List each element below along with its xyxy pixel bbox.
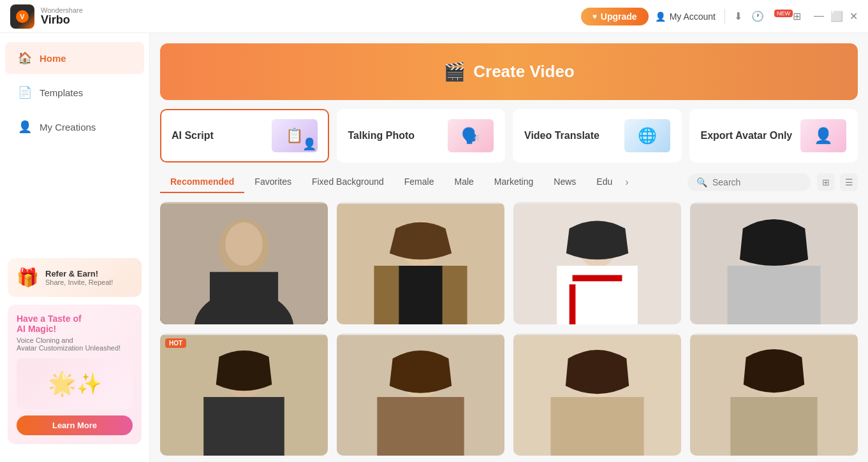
- svg-rect-13: [557, 266, 638, 324]
- export-avatar-image: 👤: [800, 119, 846, 152]
- svg-rect-10: [399, 266, 442, 324]
- filter-tab-news[interactable]: News: [543, 171, 586, 193]
- create-video-icon: 🎬: [443, 61, 466, 82]
- avatar-image-person5: HOT: [160, 333, 328, 456]
- svg-rect-24: [377, 397, 464, 456]
- home-icon: 🏠: [18, 51, 32, 65]
- svg-rect-21: [203, 397, 284, 456]
- avatar-grid: Brandt-Casual Elena-Professional: [160, 202, 858, 462]
- create-video-banner[interactable]: 🎬 Create Video: [160, 43, 858, 100]
- refer-text: Refer & Earn! Share, Invite, Repeat!: [45, 269, 113, 286]
- history-icon[interactable]: 🕐: [751, 10, 764, 22]
- main-layout: 🏠 Home 📄 Templates 👤 My Creations 🎁 Refe…: [0, 33, 868, 462]
- filter-tab-favorites[interactable]: Favorites: [244, 171, 302, 193]
- ai-magic-title: Have a Taste of AI Magic!: [17, 314, 133, 334]
- svg-rect-15: [570, 284, 576, 324]
- filter-tab-marketing[interactable]: Marketing: [484, 171, 543, 193]
- ai-magic-card: Have a Taste of AI Magic! Voice Cloning …: [8, 305, 142, 444]
- avatar-card-person5[interactable]: HOT: [160, 333, 328, 456]
- grid-icon[interactable]: NEW⊞: [773, 10, 801, 22]
- avatar-card-harper[interactable]: Harper-Promotion: [690, 202, 858, 324]
- avatar-image-person6: [337, 333, 504, 456]
- ai-script-image: 📋 👤: [272, 119, 318, 152]
- create-video-text: Create Video: [473, 62, 574, 82]
- minimize-button[interactable]: —: [814, 10, 824, 22]
- upgrade-button[interactable]: Upgrade: [581, 8, 649, 25]
- svg-rect-6: [210, 272, 278, 324]
- svg-text:V: V: [20, 13, 25, 20]
- svg-rect-14: [573, 275, 622, 282]
- window-controls: — ⬜ ✕: [814, 10, 858, 22]
- svg-rect-30: [730, 397, 817, 456]
- app-logo: V Wondershare Virbo: [10, 4, 83, 29]
- filter-tab-male[interactable]: Male: [444, 171, 483, 193]
- ai-magic-visual: 🌟: [17, 358, 133, 409]
- title-bar-icons: ⬇ 🕐 NEW⊞: [734, 10, 801, 22]
- filter-tab-female[interactable]: Female: [394, 171, 445, 193]
- avatar-card-ruby[interactable]: Ruby-Games: [513, 202, 681, 324]
- logo-icon: V: [10, 4, 34, 29]
- content-area: 🎬 Create Video AI Script 📋 👤 Talking Pho…: [150, 33, 868, 462]
- title-bar: V Wondershare Virbo Upgrade 👤 My Account…: [0, 0, 868, 33]
- filter-tab-recommended[interactable]: Recommended: [160, 171, 244, 193]
- feature-cards: AI Script 📋 👤 Talking Photo 🗣️ Video Tra…: [160, 109, 858, 162]
- avatar-card-person7[interactable]: [513, 333, 681, 456]
- avatar-card-elena[interactable]: Elena-Professional: [337, 202, 504, 324]
- my-creations-icon: 👤: [18, 120, 32, 134]
- talking-photo-image: 🗣️: [448, 119, 494, 152]
- avatar-card-person8[interactable]: [690, 333, 858, 456]
- svg-point-5: [225, 222, 262, 266]
- ai-magic-subtitle: Voice Cloning andAvatar Customization Un…: [17, 336, 133, 352]
- sidebar-item-my-creations[interactable]: 👤 My Creations: [5, 111, 144, 143]
- my-account-button[interactable]: 👤 My Account: [655, 11, 716, 22]
- avatar-card-person6[interactable]: [337, 333, 504, 456]
- sidebar: 🏠 Home 📄 Templates 👤 My Creations 🎁 Refe…: [0, 33, 150, 462]
- refer-icon: 🎁: [17, 267, 39, 288]
- maximize-button[interactable]: ⬜: [830, 10, 843, 22]
- hot-badge: HOT: [165, 338, 186, 348]
- avatar-image-person8: [690, 333, 858, 456]
- sidebar-bottom: 🎁 Refer & Earn! Share, Invite, Repeat! H…: [0, 144, 149, 454]
- filter-tab-edu[interactable]: Edu: [586, 171, 622, 193]
- avatar-image-brandt: [160, 202, 328, 324]
- close-button[interactable]: ✕: [850, 10, 858, 22]
- filter-tab-fixed-background[interactable]: Fixed Background: [302, 171, 394, 193]
- avatar-image-person7: [513, 333, 681, 456]
- avatar-image-harper: [690, 202, 858, 324]
- account-icon: 👤: [655, 11, 666, 22]
- search-input[interactable]: [712, 177, 802, 187]
- feature-card-export-avatar[interactable]: Export Avatar Only 👤: [689, 109, 858, 162]
- svg-rect-18: [727, 266, 820, 324]
- avatar-image-elena: [337, 202, 504, 324]
- list-view-icon[interactable]: ☰: [840, 173, 858, 191]
- divider: [725, 9, 725, 24]
- video-translate-image: 🌐: [624, 119, 670, 152]
- filter-tabs: Recommended Favorites Fixed Background F…: [160, 171, 858, 193]
- feature-card-video-translate[interactable]: Video Translate 🌐: [513, 109, 682, 162]
- title-bar-right: Upgrade 👤 My Account ⬇ 🕐 NEW⊞ — ⬜ ✕: [581, 8, 858, 25]
- avatar-card-brandt[interactable]: Brandt-Casual: [160, 202, 328, 324]
- avatar-image-ruby: [513, 202, 681, 324]
- search-icon: 🔍: [696, 177, 707, 187]
- feature-card-talking-photo[interactable]: Talking Photo 🗣️: [337, 109, 506, 162]
- sidebar-item-home[interactable]: 🏠 Home: [5, 42, 144, 74]
- grid-view-icon[interactable]: ⊞: [817, 173, 835, 191]
- refer-card[interactable]: 🎁 Refer & Earn! Share, Invite, Repeat!: [8, 258, 142, 297]
- logo-text: Wondershare Virbo: [41, 6, 83, 27]
- view-icons: ⊞ ☰: [817, 173, 858, 191]
- search-box: 🔍: [688, 173, 811, 191]
- feature-card-ai-script[interactable]: AI Script 📋 👤: [160, 109, 329, 162]
- filter-more-button[interactable]: ›: [622, 171, 631, 193]
- learn-more-button[interactable]: Learn More: [17, 415, 133, 435]
- svg-rect-27: [550, 397, 644, 456]
- download-icon[interactable]: ⬇: [734, 10, 742, 22]
- templates-icon: 📄: [18, 85, 32, 99]
- sidebar-item-templates[interactable]: 📄 Templates: [5, 76, 144, 108]
